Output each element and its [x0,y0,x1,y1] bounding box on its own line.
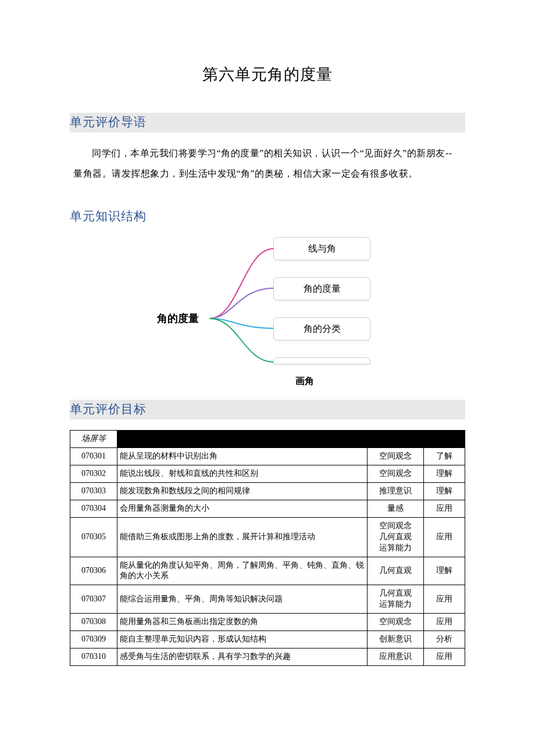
cell-desc: 感受角与生活的密切联系，具有学习数学的兴趣 [117,648,368,665]
cell-level: 理解 [424,465,465,483]
cell-code: 070306 [70,557,117,585]
cell-desc: 能综合运用量角、平角、周角等知识解决问题 [117,585,368,614]
cell-category: 几何直观 [368,557,424,585]
table-row: 070305能借助三角板或图形上角的度数，展开计算和推理活动空间观念几何直观运算… [70,517,465,557]
cell-code: 070303 [70,483,117,500]
table-row: 070304会用量角器测量角的大小量感应用 [70,500,465,517]
th-code: 场屏等 [70,431,117,448]
table-row: 070302能说出线段、射线和直线的共性和区别空间观念理解 [70,465,465,483]
page-title: 第六单元角的度量 [70,64,465,85]
table-row: 070310感受角与生活的密切联系，具有学习数学的兴趣应用意识应用 [70,648,465,665]
cell-code: 070308 [70,614,117,631]
table-header-row: 场屏等 [70,431,465,448]
diagram-branches [204,237,279,371]
cell-level: 分析 [424,630,465,648]
diagram-central-node: 角的度量 [157,311,199,325]
section-header-structure: 单元知识结构 [70,207,465,227]
table-row: 070306能从量化的角度认知平角、周角，了解周角、平角、钝角、直角、锐角的大小… [70,557,465,585]
cell-level: 应用 [424,500,465,517]
cell-code: 070304 [70,500,117,517]
cell-level: 应用 [424,614,465,631]
diagram-node-3: 角的分类 [273,317,370,341]
cell-desc: 能从量化的角度认知平角、周角，了解周角、平角、钝角、直角、锐角的大小关系 [117,557,368,585]
objectives-table: 场屏等 070301能从呈现的材料中识别出角空间观念了解070302能说出线段、… [70,430,465,665]
cell-desc: 会用量角器测量角的大小 [117,500,368,517]
cell-code: 070309 [70,630,117,648]
cell-category: 空间观念几何直观运算能力 [368,517,424,557]
cell-category: 应用意识 [368,648,424,665]
table-row: 070308能用量角器和三角板画出指定度数的角空间观念应用 [70,614,465,631]
table-row: 070309能自主整理单元知识内容，形成认知结构创新意识分析 [70,630,465,648]
diagram-node-1: 线与角 [273,237,370,260]
cell-category: 创新意识 [368,630,424,648]
diagram-node-4-partial [273,357,370,364]
cell-code: 070301 [70,448,117,465]
table-row: 070301能从呈现的材料中识别出角空间观念了解 [70,448,465,465]
cell-code: 070310 [70,648,117,665]
cell-desc: 能借助三角板或图形上角的度数，展开计算和推理活动 [117,517,368,557]
th-level [424,431,465,448]
cell-level: 理解 [424,557,465,585]
cell-category: 推理意识 [368,483,424,500]
cell-level: 应用 [424,517,465,557]
cell-category: 量感 [368,500,424,517]
table-row: 070303能发现数角和数线段之间的相同规律推理意识理解 [70,483,465,500]
cell-desc: 能说出线段、射线和直线的共性和区别 [117,465,368,483]
th-desc [117,431,368,448]
section-header-objectives: 单元评价目标 [70,400,465,420]
diagram-node-2: 角的度量 [273,277,370,300]
cell-desc: 能发现数角和数线段之间的相同规律 [117,483,368,500]
cell-code: 070302 [70,465,117,483]
cell-category: 空间观念 [368,465,424,483]
cell-level: 理解 [424,483,465,500]
th-cat [368,431,424,448]
intro-paragraph: 同学们，本单元我们将要学习“角的度量”的相关知识，认识一个“见面好久”的新朋友-… [73,143,462,184]
cell-code: 070307 [70,585,117,614]
cell-code: 070305 [70,517,117,557]
section-header-intro: 单元评价导语 [70,113,465,132]
cell-level: 了解 [424,448,465,465]
diagram-node-4-label: 画角 [295,375,314,388]
cell-level: 应用 [424,585,465,614]
cell-category: 空间观念 [368,614,424,631]
cell-desc: 能从呈现的材料中识别出角 [117,448,368,465]
cell-category: 几何直观运算能力 [368,585,424,614]
document-page: 第六单元角的度量 单元评价导语 同学们，本单元我们将要学习“角的度量”的相关知识… [0,0,535,701]
cell-desc: 能用量角器和三角板画出指定度数的角 [117,614,368,631]
table-row: 070307能综合运用量角、平角、周角等知识解决问题几何直观运算能力应用 [70,585,465,614]
cell-desc: 能自主整理单元知识内容，形成认知结构 [117,630,368,648]
cell-category: 空间观念 [368,448,424,465]
cell-level: 应用 [424,648,465,665]
knowledge-diagram: 角的度量 线与角 角的度量 角的分类 画角 [157,237,378,388]
